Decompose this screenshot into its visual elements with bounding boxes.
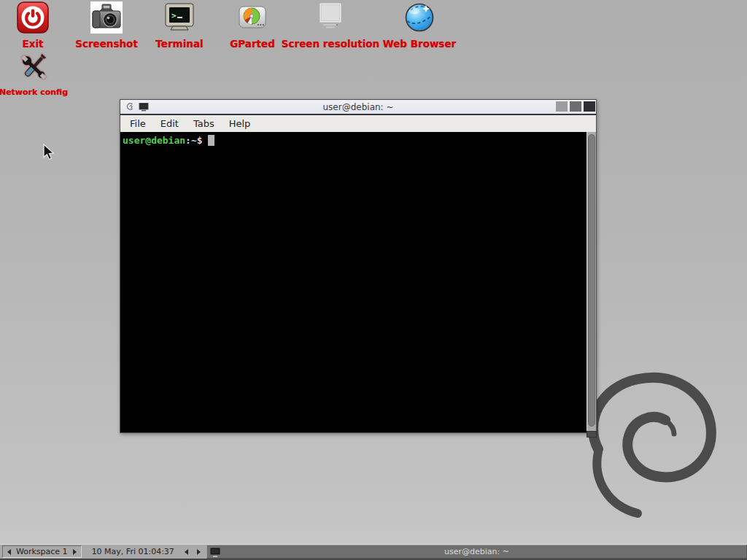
prompt-user-host: user@debian	[123, 135, 185, 146]
taskbar: Workspace 1 10 May, Fri 01:04:37 user@de…	[0, 544, 747, 560]
terminal-output[interactable]: user@debian:~$	[120, 132, 587, 432]
desktop-icon-label: Network config	[0, 88, 68, 97]
terminal-screen[interactable]: user@debian:~$	[120, 132, 596, 432]
terminal-menubar: File Edit Tabs Help	[120, 115, 596, 132]
disk-partition-icon	[236, 1, 268, 34]
window-titlebar[interactable]: user@debian: ~	[120, 100, 596, 115]
power-icon	[17, 1, 49, 34]
tools-icon	[18, 51, 50, 83]
desktop-icon-terminal[interactable]: > Terminal	[143, 1, 216, 50]
monitor-icon	[314, 1, 347, 34]
minimize-button[interactable]	[556, 101, 568, 112]
desktop-icon-label: Exit	[22, 38, 43, 50]
workspace-prev-icon[interactable]	[7, 549, 11, 555]
terminal-window: user@debian: ~ File Edit Tabs Help user@…	[120, 99, 597, 433]
workspace-next-icon[interactable]	[73, 549, 77, 555]
desktop-icon-label: Screen resolution	[282, 38, 379, 50]
mouse-cursor	[43, 144, 55, 161]
maximize-button[interactable]	[570, 101, 581, 112]
globe-icon	[403, 1, 436, 34]
task-button-label: user@debian: ~	[444, 547, 509, 556]
desktop-icon-network-config[interactable]: Network config	[0, 51, 67, 97]
window-resize-grip[interactable]	[587, 431, 597, 438]
debian-swirl-watermark	[570, 363, 747, 534]
workspace-label: Workspace 1	[16, 547, 68, 556]
debian-menu-icon[interactable]	[125, 102, 134, 112]
menu-edit[interactable]: Edit	[153, 117, 186, 131]
scrollbar-thumb[interactable]	[588, 134, 595, 427]
desktop-icon-label: GParted	[230, 38, 275, 50]
tasklist-prev-icon[interactable]	[185, 549, 188, 555]
task-button-terminal[interactable]: user@debian: ~	[206, 545, 747, 559]
menu-file[interactable]: File	[123, 117, 153, 131]
svg-text:>: >	[171, 11, 177, 20]
crt-terminal-icon: >	[163, 1, 196, 34]
desktop-icon-screen-resolution[interactable]: Screen resolution	[279, 1, 382, 50]
close-button[interactable]	[584, 101, 595, 112]
desktop-icon-web-browser[interactable]: Web Browser	[376, 1, 463, 50]
desktop-icon-label: Screenshot	[75, 38, 138, 50]
terminal-cursor	[208, 135, 214, 146]
workspace-switcher[interactable]: Workspace 1	[2, 545, 82, 558]
taskbar-clock: 10 May, Fri 01:04:37	[92, 547, 174, 556]
desktop-icon-label: Terminal	[155, 38, 203, 50]
camera-icon	[90, 1, 123, 34]
terminal-scrollbar[interactable]	[587, 132, 596, 432]
window-title: user@debian: ~	[120, 102, 596, 112]
terminal-task-icon	[209, 547, 221, 558]
terminal-app-icon	[139, 103, 149, 112]
desktop-icon-exit[interactable]: Exit	[0, 1, 66, 50]
desktop-icon-gparted[interactable]: GParted	[216, 1, 289, 50]
prompt-path: :~$	[185, 135, 202, 146]
menu-tabs[interactable]: Tabs	[186, 117, 222, 131]
desktop-icon-label: Web Browser	[383, 38, 456, 50]
tasklist-next-icon[interactable]	[197, 549, 201, 555]
desktop-icon-screenshot[interactable]: Screenshot	[70, 1, 143, 50]
menu-help[interactable]: Help	[222, 117, 258, 131]
